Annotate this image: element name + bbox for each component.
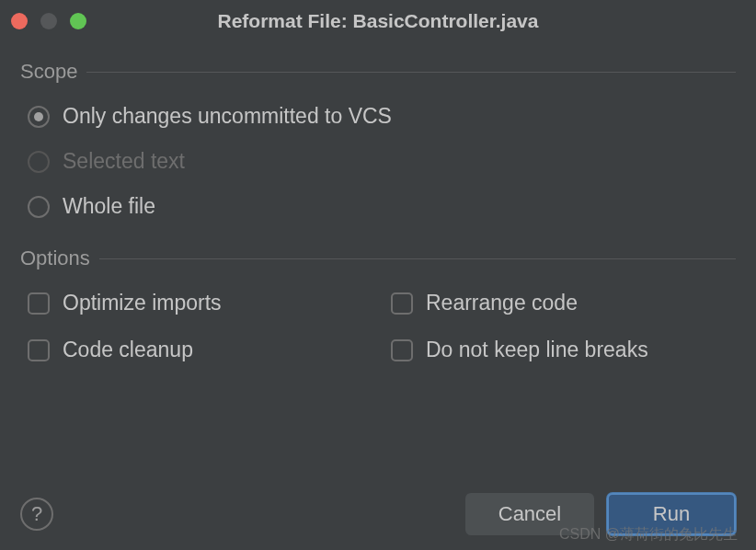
help-icon: ?	[31, 502, 42, 526]
radio-selected-text: Selected text	[28, 149, 736, 174]
run-button[interactable]: Run	[607, 493, 736, 535]
checkbox-label: Do not keep line breaks	[426, 338, 648, 362]
radio-icon	[28, 106, 50, 128]
checkbox-icon	[391, 292, 413, 315]
checkbox-optimize-imports[interactable]: Optimize imports	[28, 291, 372, 315]
checkbox-label: Rearrange code	[426, 291, 578, 315]
checkbox-no-line-breaks[interactable]: Do not keep line breaks	[391, 338, 736, 362]
dialog-content: Scope Only changes uncommitted to VCS Se…	[0, 41, 756, 362]
radio-label: Selected text	[63, 149, 185, 174]
radio-icon	[28, 196, 50, 218]
radio-only-changes[interactable]: Only changes uncommitted to VCS	[28, 104, 736, 129]
checkbox-rearrange-code[interactable]: Rearrange code	[391, 291, 736, 315]
help-button[interactable]: ?	[20, 498, 53, 531]
options-title: Options	[20, 246, 90, 270]
checkbox-label: Code cleanup	[63, 338, 193, 362]
dialog-footer: ? Cancel Run	[20, 493, 736, 535]
radio-whole-file[interactable]: Whole file	[28, 194, 736, 219]
run-label: Run	[653, 502, 690, 526]
window-title: Reformat File: BasicController.java	[0, 10, 756, 32]
divider	[99, 258, 736, 259]
close-window-button[interactable]	[11, 13, 28, 29]
traffic-lights	[11, 13, 86, 29]
scope-section: Scope Only changes uncommitted to VCS Se…	[20, 60, 736, 219]
cancel-label: Cancel	[498, 502, 561, 526]
divider	[86, 72, 736, 73]
scope-title: Scope	[20, 60, 77, 84]
options-section: Options Optimize imports Rearrange code …	[20, 246, 736, 362]
button-group: Cancel Run	[465, 493, 736, 535]
radio-label: Whole file	[63, 194, 155, 219]
radio-label: Only changes uncommitted to VCS	[63, 104, 392, 129]
checkbox-icon	[391, 339, 413, 361]
scope-radio-group: Only changes uncommitted to VCS Selected…	[20, 104, 736, 219]
titlebar: Reformat File: BasicController.java	[0, 0, 756, 41]
scope-header: Scope	[20, 60, 736, 84]
checkbox-icon	[28, 292, 50, 315]
maximize-window-button[interactable]	[70, 13, 86, 29]
checkbox-icon	[28, 339, 50, 361]
minimize-window-button	[40, 13, 57, 29]
options-grid: Optimize imports Rearrange code Code cle…	[20, 291, 736, 362]
cancel-button[interactable]: Cancel	[465, 493, 594, 535]
options-header: Options	[20, 246, 736, 270]
checkbox-code-cleanup[interactable]: Code cleanup	[28, 338, 372, 362]
checkbox-label: Optimize imports	[63, 291, 222, 315]
radio-icon	[28, 151, 50, 173]
